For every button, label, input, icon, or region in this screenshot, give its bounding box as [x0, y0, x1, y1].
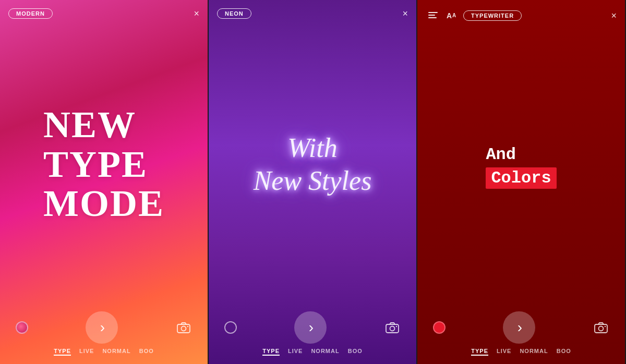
panel-neon: NEON × WithNew Styles › — [209, 0, 417, 364]
style-label-typewriter[interactable]: TYPEWRITER — [463, 10, 522, 21]
bottom-tabs-neon: TYPE LIVE NORMAL BOO — [262, 348, 363, 360]
neon-main-text: WithNew Styles — [254, 132, 372, 197]
panel-modern: MODERN × NEWTYPEMODE › — [0, 0, 209, 364]
topbar-neon: NEON × — [209, 0, 416, 23]
modern-main-text: NEWTYPEMODE — [43, 105, 164, 224]
font-size-icon-button[interactable]: A A — [444, 8, 459, 23]
typewriter-and-text: And — [486, 145, 516, 164]
style-label-modern[interactable]: MODERN — [8, 8, 53, 19]
svg-point-13 — [605, 326, 606, 327]
svg-rect-6 — [428, 12, 438, 13]
svg-rect-7 — [428, 15, 435, 16]
control-row-typewriter: › — [428, 311, 615, 344]
tab-type-neon[interactable]: TYPE — [262, 348, 280, 356]
tab-type-typewriter[interactable]: TYPE — [471, 348, 488, 356]
bottom-controls-typewriter: › TYPE LIVE NORMAL BOO — [417, 306, 625, 364]
bottom-controls-neon: › TYPE LIVE NORMAL BOO — [209, 306, 416, 364]
text-area-neon: WithNew Styles — [241, 23, 384, 306]
camera-icon-neon — [386, 322, 399, 333]
next-arrow-icon: › — [100, 319, 105, 336]
next-button-typewriter[interactable]: › — [503, 311, 535, 344]
svg-point-4 — [390, 326, 395, 331]
next-button-neon[interactable]: › — [294, 311, 327, 344]
tab-normal-neon[interactable]: NORMAL — [311, 348, 339, 356]
camera-icon — [177, 322, 190, 333]
bottom-tabs-modern: TYPE LIVE NORMAL BOO — [54, 348, 154, 360]
svg-rect-11 — [595, 324, 607, 333]
color-dot-modern[interactable] — [16, 321, 28, 334]
tab-boo-modern[interactable]: BOO — [139, 348, 154, 356]
control-row-modern: › — [10, 311, 197, 344]
topbar-modern: MODERN × — [0, 0, 208, 23]
svg-point-5 — [396, 326, 397, 327]
align-left-icon — [428, 12, 438, 19]
next-button-modern[interactable]: › — [86, 311, 118, 344]
tab-boo-neon[interactable]: BOO — [348, 348, 363, 356]
tab-normal-typewriter[interactable]: NORMAL — [520, 348, 548, 356]
style-label-neon[interactable]: NEON — [217, 8, 251, 19]
close-button-modern[interactable]: × — [194, 9, 199, 18]
svg-text:A: A — [452, 13, 456, 18]
tab-boo-typewriter[interactable]: BOO — [557, 348, 571, 356]
camera-button-neon[interactable] — [384, 319, 401, 336]
next-arrow-icon-typewriter: › — [517, 319, 522, 336]
svg-point-1 — [182, 326, 186, 331]
svg-rect-0 — [177, 324, 190, 333]
camera-button-typewriter[interactable] — [593, 319, 609, 336]
text-area-typewriter: And Colors — [465, 27, 577, 306]
svg-rect-3 — [386, 324, 399, 333]
bottom-controls-modern: › TYPE LIVE NORMAL BOO — [0, 306, 208, 364]
control-row-neon: › — [219, 311, 406, 344]
color-dot-neon[interactable] — [224, 321, 237, 334]
topbar-left-modern: MODERN — [8, 8, 53, 19]
align-icon-button[interactable] — [426, 8, 440, 23]
tab-type-modern[interactable]: TYPE — [54, 348, 71, 356]
svg-point-2 — [187, 326, 188, 327]
panel-typewriter: A A TYPEWRITER × And Colors › — [417, 0, 626, 364]
bottom-tabs-typewriter: TYPE LIVE NORMAL BOO — [471, 348, 571, 360]
topbar-left-typewriter: A A TYPEWRITER — [426, 8, 522, 23]
topbar-typewriter: A A TYPEWRITER × — [417, 0, 625, 27]
camera-button-modern[interactable] — [175, 319, 192, 336]
close-button-neon[interactable]: × — [402, 9, 408, 18]
close-button-typewriter[interactable]: × — [611, 11, 617, 20]
tab-live-modern[interactable]: LIVE — [79, 348, 94, 356]
font-size-icon: A A — [447, 11, 457, 20]
svg-rect-8 — [428, 17, 437, 18]
color-dot-typewriter[interactable] — [433, 321, 446, 334]
text-area-modern: NEWTYPEMODE — [31, 23, 177, 306]
tab-live-neon[interactable]: LIVE — [288, 348, 303, 356]
tab-live-typewriter[interactable]: LIVE — [497, 348, 511, 356]
svg-text:A: A — [447, 11, 452, 20]
typewriter-colors-text: Colors — [486, 167, 556, 189]
camera-icon-typewriter — [594, 322, 608, 333]
tab-normal-modern[interactable]: NORMAL — [102, 348, 130, 356]
next-arrow-icon-neon: › — [309, 319, 314, 336]
topbar-left-neon: NEON — [217, 8, 251, 19]
svg-point-12 — [599, 326, 604, 331]
